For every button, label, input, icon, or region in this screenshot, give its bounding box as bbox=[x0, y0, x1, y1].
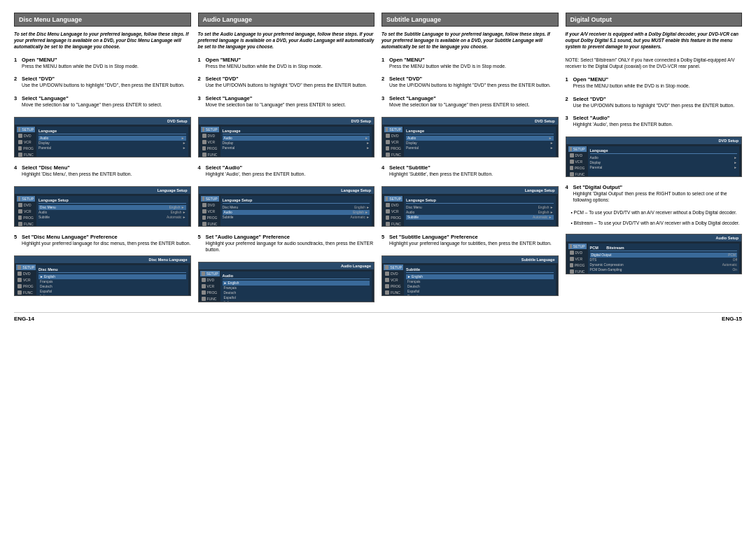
page-num-left: ENG-14 bbox=[14, 316, 34, 322]
step-1: 1 Open "MENU" Press the MENU button whil… bbox=[14, 57, 191, 69]
subtitle-screen1: DVD Setup SETUP DVD VCR PROG FUNC Langua… bbox=[382, 117, 559, 157]
bullet-bitstream: Bitstream – To use your DVD/TV with an A… bbox=[571, 220, 743, 226]
disc-menu-screen1: DVD Setup SETUP DVD VCR PROG FUNC Langua… bbox=[14, 117, 191, 157]
disc-menu-header: Disc Menu Language bbox=[14, 13, 191, 27]
digital-screen1: DVD Setup SETUP DVD VCR PROG FUNC Langua… bbox=[566, 136, 743, 177]
column-disc-menu: Disc Menu Language To set the Disc Menu … bbox=[14, 13, 191, 305]
column-digital: Digital Output If your A/V receiver is e… bbox=[566, 13, 743, 305]
audio-intro: To set the Audio Language to your prefer… bbox=[198, 31, 375, 50]
digital-note: NOTE: Select "Bitstream" ONLY if you hav… bbox=[566, 57, 743, 69]
column-audio: Audio Language To set the Audio Language… bbox=[198, 13, 375, 305]
page-footer: ENG-14 ENG-15 bbox=[14, 312, 742, 325]
step-3: 3 Select "Language" Move the selection b… bbox=[14, 95, 191, 108]
audio-screen1: DVD Setup SETUP DVD VCR PROG FUNC Langua… bbox=[198, 117, 375, 157]
digital-header: Digital Output bbox=[566, 13, 743, 27]
disc-menu-intro: To set the Disc Menu Language to your pr… bbox=[14, 31, 191, 50]
step-4: 4 Select "Disc Menu" Highlight 'Disc Men… bbox=[14, 164, 191, 177]
audio-screen3: Audio Language SETUP DVD VCR PROG FUNC A… bbox=[198, 262, 375, 302]
digital-intro: If your A/V receiver is equipped with a … bbox=[566, 31, 743, 50]
disc-menu-screen2: Language Setup SETUP DVD VCR PROG FUNC L… bbox=[14, 186, 191, 227]
audio-screen2: Language Setup SETUP DVD VCR PROG FUNC L… bbox=[198, 186, 375, 227]
page-layout: Disc Menu Language To set the Disc Menu … bbox=[14, 13, 742, 325]
main-columns: Disc Menu Language To set the Disc Menu … bbox=[14, 13, 742, 305]
subtitle-header: Subtitle Language bbox=[382, 13, 559, 27]
column-subtitle: Subtitle Language To set the Subtitle La… bbox=[382, 13, 559, 305]
subtitle-intro: To set the Subtitle Language to your pre… bbox=[382, 31, 559, 50]
page-num-right: ENG-15 bbox=[722, 316, 742, 322]
step-5: 5 Set "Disc Menu Language" Preference Hi… bbox=[14, 234, 191, 246]
digital-screen2: Audio Setup SETUP DVD VCR PROG FUNC PCM … bbox=[566, 234, 743, 274]
subtitle-screen3: Subtitle Language SETUP DVD VCR PROG FUN… bbox=[382, 255, 559, 296]
bullet-pcm: PCM – To use your DVD/TV with an A/V rec… bbox=[571, 209, 743, 216]
audio-header: Audio Language bbox=[198, 13, 375, 27]
subtitle-screen2: Language Setup SETUP DVD VCR PROG FUNC L… bbox=[382, 186, 559, 227]
disc-menu-screen3: Disc Menu Language SETUP DVD VCR PROG FU… bbox=[14, 255, 191, 296]
step-2: 2 Select "DVD" Use the UP/DOWN buttons t… bbox=[14, 76, 191, 88]
